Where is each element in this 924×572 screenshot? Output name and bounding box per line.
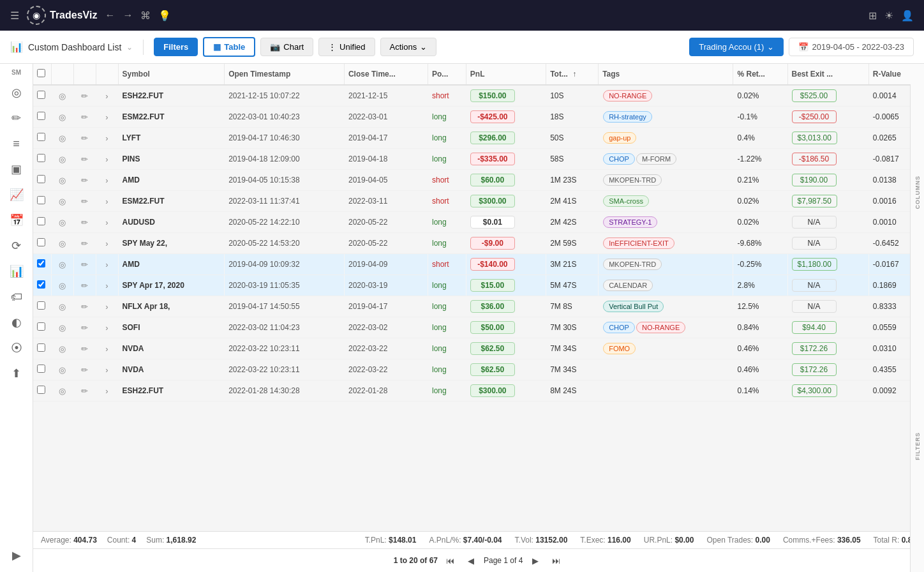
col-best-exit[interactable]: Best Exit ...: [787, 64, 868, 85]
filters-button[interactable]: Filters: [154, 38, 198, 56]
target-button[interactable]: ◎: [56, 278, 70, 292]
cell-action-target[interactable]: ◎: [51, 338, 73, 359]
col-open-ts[interactable]: Open Timestamp: [225, 64, 345, 85]
cell-action-target[interactable]: ◎: [51, 128, 73, 149]
target-button[interactable]: ◎: [56, 384, 70, 398]
date-range-button[interactable]: 📅 2019-04-05 - 2022-03-23: [789, 38, 914, 56]
cell-action-target[interactable]: ◎: [51, 317, 73, 338]
row-checkbox[interactable]: [37, 301, 45, 310]
cell-check[interactable]: [33, 128, 51, 149]
cell-check[interactable]: [33, 380, 51, 402]
select-all-checkbox[interactable]: [37, 69, 45, 77]
col-pct-ret[interactable]: % Ret...: [733, 64, 787, 85]
sidebar-item-play[interactable]: ▶: [4, 544, 29, 567]
row-checkbox[interactable]: [37, 280, 45, 289]
expand-button[interactable]: ›: [100, 299, 114, 313]
next-page-button[interactable]: ▶: [528, 553, 543, 568]
edit-button[interactable]: ✏: [78, 131, 92, 145]
cell-expand[interactable]: ›: [96, 275, 118, 296]
cell-action-edit[interactable]: ✏: [73, 275, 96, 296]
tag-badge[interactable]: NO-RANGE: [636, 322, 685, 333]
tag-badge[interactable]: CALENDAR: [603, 280, 653, 291]
first-page-button[interactable]: ⏮: [443, 553, 458, 568]
col-symbol[interactable]: Symbol: [118, 64, 225, 85]
target-button[interactable]: ◎: [56, 320, 70, 335]
expand-button[interactable]: ›: [100, 194, 114, 208]
cell-expand[interactable]: ›: [96, 191, 118, 212]
target-button[interactable]: ◎: [56, 194, 70, 208]
sidebar-item-edit[interactable]: ✏: [4, 107, 29, 130]
cell-action-target[interactable]: ◎: [51, 149, 73, 170]
expand-button[interactable]: ›: [100, 236, 114, 250]
cell-action-edit[interactable]: ✏: [73, 149, 96, 170]
sidebar-item-upload[interactable]: ⬆: [4, 362, 29, 385]
cell-expand[interactable]: ›: [96, 107, 118, 128]
forward-icon[interactable]: →: [123, 10, 133, 21]
cell-expand[interactable]: ›: [96, 338, 118, 359]
col-close-ts[interactable]: Close Time...: [344, 64, 428, 85]
row-checkbox[interactable]: [37, 365, 45, 373]
cell-action-target[interactable]: ◎: [51, 170, 73, 191]
table-wrapper[interactable]: Symbol Open Timestamp Close Time... Po..…: [33, 64, 924, 531]
cell-action-target[interactable]: ◎: [51, 233, 73, 254]
col-r-value[interactable]: R-Value: [868, 64, 923, 85]
sidebar-item-chart[interactable]: 📈: [4, 183, 29, 206]
edit-button[interactable]: ✏: [78, 384, 92, 398]
expand-button[interactable]: ›: [100, 110, 114, 124]
target-button[interactable]: ◎: [56, 215, 70, 229]
user-icon[interactable]: 👤: [901, 10, 914, 22]
actions-button[interactable]: Actions ⌄: [380, 38, 437, 56]
tag-badge[interactable]: STRATEGY-1: [603, 216, 657, 228]
unified-button[interactable]: ⋮ Unified: [318, 38, 375, 56]
cell-check[interactable]: [33, 233, 51, 254]
target-button[interactable]: ◎: [56, 299, 70, 313]
row-checkbox[interactable]: [37, 91, 45, 99]
expand-button[interactable]: ›: [100, 384, 114, 398]
target-button[interactable]: ◎: [56, 131, 70, 145]
row-checkbox[interactable]: [37, 133, 45, 141]
cell-check[interactable]: [33, 275, 51, 296]
col-total[interactable]: Tot... ↑: [546, 64, 599, 85]
cell-expand[interactable]: ›: [96, 296, 118, 317]
tag-badge[interactable]: Vertical Bull Put: [603, 301, 664, 312]
edit-button[interactable]: ✏: [78, 152, 92, 166]
cell-expand[interactable]: ›: [96, 85, 118, 107]
cell-action-edit[interactable]: ✏: [73, 107, 96, 128]
row-checkbox[interactable]: [37, 154, 45, 162]
row-checkbox[interactable]: [37, 322, 45, 331]
filters-label[interactable]: FILTERS: [914, 430, 921, 463]
sidebar-item-refresh[interactable]: ⟳: [4, 234, 29, 257]
tag-badge[interactable]: InEFFICIENT-EXIT: [603, 237, 674, 249]
cell-action-edit[interactable]: ✏: [73, 380, 96, 402]
col-position[interactable]: Po...: [428, 64, 466, 85]
cell-expand[interactable]: ›: [96, 380, 118, 402]
table-button[interactable]: ▦ Table: [203, 37, 255, 57]
target-button[interactable]: ◎: [56, 152, 70, 166]
cell-action-edit[interactable]: ✏: [73, 233, 96, 254]
menu-icon[interactable]: ☰: [10, 10, 19, 22]
expand-button[interactable]: ›: [100, 152, 114, 166]
col-tags[interactable]: Tags: [599, 64, 733, 85]
cell-check[interactable]: [33, 191, 51, 212]
expand-button[interactable]: ›: [100, 320, 114, 335]
cell-action-target[interactable]: ◎: [51, 107, 73, 128]
cell-action-target[interactable]: ◎: [51, 275, 73, 296]
expand-button[interactable]: ›: [100, 173, 114, 187]
cell-check[interactable]: [33, 170, 51, 191]
cell-expand[interactable]: ›: [96, 233, 118, 254]
tag-badge[interactable]: MKOPEN-TRD: [603, 174, 662, 186]
row-checkbox[interactable]: [37, 259, 45, 267]
sidebar-item-dial[interactable]: ◐: [4, 311, 29, 334]
row-checkbox[interactable]: [37, 112, 45, 120]
expand-button[interactable]: ›: [100, 131, 114, 145]
cell-action-edit[interactable]: ✏: [73, 128, 96, 149]
cell-action-edit[interactable]: ✏: [73, 212, 96, 233]
cell-check[interactable]: [33, 85, 51, 107]
edit-button[interactable]: ✏: [78, 110, 92, 124]
cell-check[interactable]: [33, 338, 51, 359]
edit-button[interactable]: ✏: [78, 194, 92, 208]
tag-badge[interactable]: SMA-cross: [603, 195, 649, 207]
bulb-icon[interactable]: 💡: [158, 10, 171, 22]
expand-button[interactable]: ›: [100, 342, 114, 356]
edit-button[interactable]: ✏: [78, 278, 92, 292]
